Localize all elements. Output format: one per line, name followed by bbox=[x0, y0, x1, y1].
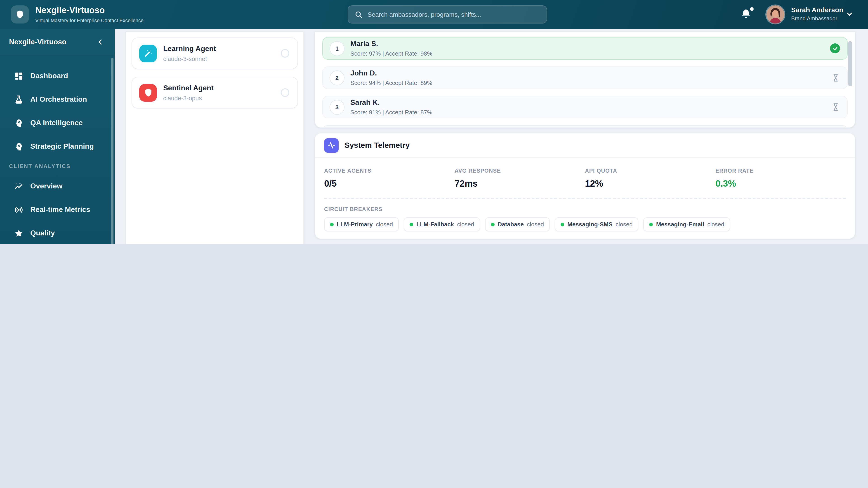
candidate-text: Sarah K. Score: 91% | Accept Rate: 87% bbox=[350, 98, 432, 116]
dashboard-icon bbox=[13, 71, 24, 81]
stat-label: ERROR RATE bbox=[715, 168, 846, 174]
notification-dot bbox=[750, 7, 754, 11]
avatar-image bbox=[766, 5, 784, 24]
breaker-status: closed bbox=[527, 221, 544, 228]
stat-value: 0.3% bbox=[715, 178, 846, 189]
app-titles: Nexgile-Virtuoso Virtual Mastery for Ent… bbox=[35, 5, 144, 23]
breaker-status: closed bbox=[707, 221, 724, 228]
user-menu-button[interactable] bbox=[844, 9, 855, 19]
candidate-details: Score: 91% | Accept Rate: 87% bbox=[350, 109, 432, 116]
chevron-left-icon bbox=[96, 37, 105, 46]
chevron-down-icon bbox=[844, 9, 855, 19]
status-dot bbox=[491, 223, 494, 226]
candidate-row[interactable]: 3 Sarah K. Score: 91% | Accept Rate: 87% bbox=[322, 96, 848, 119]
candidate-details: Score: 97% | Accept Rate: 98% bbox=[350, 50, 432, 57]
status-dot bbox=[410, 223, 413, 226]
telemetry-stats: ACTIVE AGENTS 0/5 AVG RESPONSE 72ms API … bbox=[315, 158, 855, 189]
sidebar-scrollbar[interactable] bbox=[111, 58, 114, 244]
flask-icon bbox=[13, 94, 24, 104]
head-gear-icon bbox=[13, 118, 24, 128]
agent-card-text: Sentinel Agent claude-3-opus bbox=[163, 84, 214, 101]
sidebar-item-quality[interactable]: Quality bbox=[0, 221, 115, 244]
sidebar-nav: Dashboard AI Orchestration QA Intelligen… bbox=[0, 55, 115, 244]
agent-card-text: Learning Agent claude-3-sonnet bbox=[163, 44, 216, 62]
breaker-pill: Databaseclosed bbox=[485, 217, 550, 231]
candidate-name: Maria S. bbox=[350, 40, 432, 48]
sidebar-collapse-button[interactable] bbox=[96, 37, 105, 46]
wand-icon bbox=[139, 44, 157, 62]
agent-status-radio[interactable] bbox=[281, 49, 289, 58]
agent-status-radio[interactable] bbox=[281, 88, 289, 97]
candidate-details: Score: 94% | Accept Rate: 89% bbox=[350, 79, 432, 86]
search-input[interactable] bbox=[367, 10, 540, 19]
status-dot bbox=[649, 223, 653, 226]
breaker-name: Messaging-Email bbox=[656, 221, 704, 228]
sidebar-brand-row: Nexgile-Virtuoso bbox=[0, 29, 115, 55]
stat: ACTIVE AGENTS 0/5 bbox=[324, 168, 455, 189]
user-role: Brand Ambassador bbox=[791, 15, 843, 22]
rank-badge: 2 bbox=[330, 70, 344, 85]
sidebar-item-qa-intelligence[interactable]: QA Intelligence bbox=[0, 111, 115, 135]
sidebar-item-label: Strategic Planning bbox=[30, 142, 94, 151]
system-telemetry-card: System Telemetry ACTIVE AGENTS 0/5 AVG R… bbox=[315, 133, 855, 239]
global-search[interactable] bbox=[348, 5, 547, 24]
candidate-name: Sarah K. bbox=[350, 98, 432, 107]
activity-icon bbox=[324, 138, 339, 153]
top-header: Nexgile-Virtuoso Virtual Mastery for Ent… bbox=[0, 0, 868, 29]
sidebar-item-label: Real-time Metrics bbox=[30, 205, 90, 214]
shield-icon bbox=[139, 84, 157, 101]
sidebar-item-label: Quality bbox=[30, 229, 55, 237]
stat: API QUOTA 12% bbox=[585, 168, 715, 189]
stat-value: 0/5 bbox=[324, 178, 455, 189]
circuit-breaker-pills: LLM-Primaryclosed LLM-Fallbackclosed Dat… bbox=[315, 213, 855, 231]
sidebar-section-client-analytics: CLIENT ANALYTICS bbox=[0, 158, 115, 174]
breaker-name: LLM-Primary bbox=[337, 221, 373, 228]
breaker-name: LLM-Fallback bbox=[416, 221, 454, 228]
agent-model: claude-3-sonnet bbox=[163, 55, 216, 62]
candidates-panel: 1 Maria S. Score: 97% | Accept Rate: 98%… bbox=[315, 32, 855, 128]
stat-value: 12% bbox=[585, 178, 715, 189]
head-gear-icon bbox=[13, 141, 24, 151]
stat-label: ACTIVE AGENTS bbox=[324, 168, 455, 174]
sidebar: Nexgile-Virtuoso Dashboard AI Orchestrat… bbox=[0, 29, 115, 244]
circuit-breakers-label: CIRCUIT BREAKERS bbox=[315, 199, 855, 213]
agent-card-learning[interactable]: Learning Agent claude-3-sonnet bbox=[131, 37, 298, 69]
hourglass-icon bbox=[831, 103, 840, 111]
trend-sparkle-icon bbox=[13, 181, 24, 191]
breaker-name: Database bbox=[498, 221, 524, 228]
candidate-name: John D. bbox=[350, 69, 432, 77]
agents-panel: Learning Agent claude-3-sonnet Sentinel … bbox=[126, 32, 304, 244]
telemetry-title: System Telemetry bbox=[344, 141, 410, 150]
candidates-scrollbar[interactable] bbox=[848, 41, 852, 86]
stat-value: 72ms bbox=[455, 178, 585, 189]
candidate-row[interactable]: 1 Maria S. Score: 97% | Accept Rate: 98% bbox=[322, 37, 848, 60]
stat: ERROR RATE 0.3% bbox=[715, 168, 846, 189]
breaker-name: Messaging-SMS bbox=[567, 221, 612, 228]
notifications-button[interactable] bbox=[741, 8, 753, 21]
agent-card-sentinel[interactable]: Sentinel Agent claude-3-opus bbox=[131, 77, 298, 108]
telemetry-header: System Telemetry bbox=[315, 133, 855, 158]
user-name: Sarah Anderson bbox=[791, 6, 843, 13]
sidebar-item-label: Dashboard bbox=[30, 72, 68, 80]
user-meta: Sarah Anderson Brand Ambassador bbox=[791, 6, 843, 22]
avatar[interactable] bbox=[765, 4, 785, 24]
sidebar-item-ai-orchestration[interactable]: AI Orchestration bbox=[0, 88, 115, 111]
check-circle-icon bbox=[830, 43, 840, 53]
sidebar-item-strategic-planning[interactable]: Strategic Planning bbox=[0, 135, 115, 158]
app-title: Nexgile-Virtuoso bbox=[35, 5, 144, 15]
sidebar-item-realtime-metrics[interactable]: Real-time Metrics bbox=[0, 198, 115, 221]
sidebar-item-overview[interactable]: Overview bbox=[0, 174, 115, 198]
breaker-status: closed bbox=[376, 221, 393, 228]
breaker-status: closed bbox=[457, 221, 474, 228]
breaker-pill: Messaging-SMSclosed bbox=[555, 217, 639, 231]
search-icon bbox=[354, 10, 363, 19]
breaker-pill: Messaging-Emailclosed bbox=[644, 217, 730, 231]
candidate-row[interactable]: 2 John D. Score: 94% | Accept Rate: 89% bbox=[322, 66, 848, 89]
sidebar-item-dashboard[interactable]: Dashboard bbox=[0, 64, 115, 88]
app-root: Nexgile-Virtuoso Virtual Mastery for Ent… bbox=[0, 0, 868, 244]
agent-name: Sentinel Agent bbox=[163, 84, 214, 92]
app-logo bbox=[11, 5, 29, 24]
stat: AVG RESPONSE 72ms bbox=[455, 168, 585, 189]
stat-label: API QUOTA bbox=[585, 168, 715, 174]
agent-model: claude-3-opus bbox=[163, 95, 214, 101]
